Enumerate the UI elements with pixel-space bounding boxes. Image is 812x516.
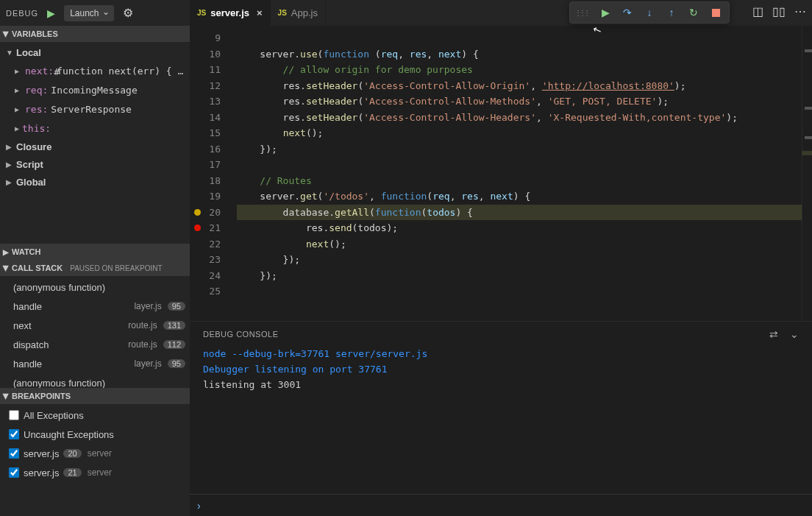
close-tab-icon[interactable]: × [254,7,263,18]
variable-row[interactable]: ▶this: # [0,119,190,138]
debug-sidebar: DEBUG ▶ Launch ⚙ ▶VARIABLES ▼Local ▶next… [0,0,190,516]
callstack-status: PAUSED ON BREAKPOINT [70,264,162,272]
watch-section-header[interactable]: ▶WATCH [0,244,190,260]
continue-button[interactable]: ▶ [596,4,614,21]
variables-section-header[interactable]: ▶VARIABLES [0,26,190,42]
debug-console-panel: DEBUG CONSOLE ⇄ ⌄ node --debug-brk=37761… [190,321,812,516]
breakpoint-checkbox[interactable] [9,429,19,439]
launch-config-select[interactable]: Launch [64,5,113,21]
debug-toolbar[interactable]: ⋮⋮⋮ ▶ ↷ ↓ ↑ ↻ [569,1,730,24]
restart-button[interactable]: ↻ [685,4,702,21]
editor-area: JSserver.js×JSApp.js ⋮⋮⋮ ▶ ↷ ↓ ↑ ↻ ◫ ▯▯ … [190,0,812,516]
stack-frame[interactable]: nextroute.js131 [0,316,190,335]
breakpoint-checkbox[interactable] [9,467,19,478]
breakpoint-row[interactable]: server.js20server [0,444,190,463]
code-editor[interactable]: server.use(function (req, res, next) { /… [237,26,802,321]
console-line: Debugger listening on port 37761 [203,361,799,377]
collapse-panel-icon[interactable]: ⌄ [790,328,799,340]
stack-frame[interactable]: handlelayer.js95 [0,297,190,316]
stack-frame[interactable]: (anonymous function) [0,373,190,388]
editor-tab[interactable]: JSserver.js× [190,0,271,26]
breakpoint-checkbox[interactable] [9,410,19,420]
step-into-button[interactable]: ↓ [641,4,658,21]
breakpoint-glyph[interactable] [194,225,201,231]
stack-frame[interactable]: (anonymous function) [0,278,190,297]
console-line: listening at 3001 [203,377,799,392]
prompt-chevron-icon: › [197,500,201,512]
more-actions-icon[interactable]: ⋯ [794,4,806,18]
breakpoint-checkbox[interactable] [9,448,19,459]
overview-ruler[interactable] [802,26,812,321]
step-out-button[interactable]: ↑ [663,4,680,21]
split-editor-icon[interactable]: ◫ [752,4,763,18]
step-over-button[interactable]: ↷ [619,4,636,21]
debug-console-tab[interactable]: DEBUG CONSOLE [203,330,278,339]
drag-handle-icon[interactable]: ⋮⋮⋮ [574,9,592,17]
js-file-icon: JS [278,9,287,17]
configure-gear-icon[interactable]: ⚙ [120,6,136,20]
console-line: node --debug-brk=37761 server/server.js [203,346,799,361]
breakpoints-section-header[interactable]: ▶BREAKPOINTS [0,388,190,404]
breakpoint-row[interactable]: All Exceptions [0,406,190,425]
line-number-gutter[interactable]: 910111213141516171819202122232425 [190,26,237,321]
stop-button[interactable] [707,4,724,21]
js-file-icon: JS [197,9,206,17]
toggle-layout-icon[interactable]: ▯▯ [772,4,786,18]
scope-local[interactable]: ▼Local [0,43,190,61]
editor-tab[interactable]: JSApp.js [271,0,326,26]
debug-console-input[interactable]: › [190,494,812,516]
stack-frame[interactable]: handlelayer.js95 [0,354,190,373]
breakpoint-row[interactable]: server.js21server [0,463,190,482]
breakpoint-row[interactable]: Uncaught Exceptions [0,425,190,444]
breakpoint-glyph[interactable] [194,209,201,216]
clear-console-icon[interactable]: ⇄ [769,328,778,340]
stack-frame[interactable]: dispatchroute.js112 [0,335,190,354]
callstack-section-header[interactable]: ▶CALL STACK PAUSED ON BREAKPOINT [0,260,190,276]
debug-view-title: DEBUG [6,9,38,18]
start-debug-button[interactable]: ▶ [44,7,58,19]
